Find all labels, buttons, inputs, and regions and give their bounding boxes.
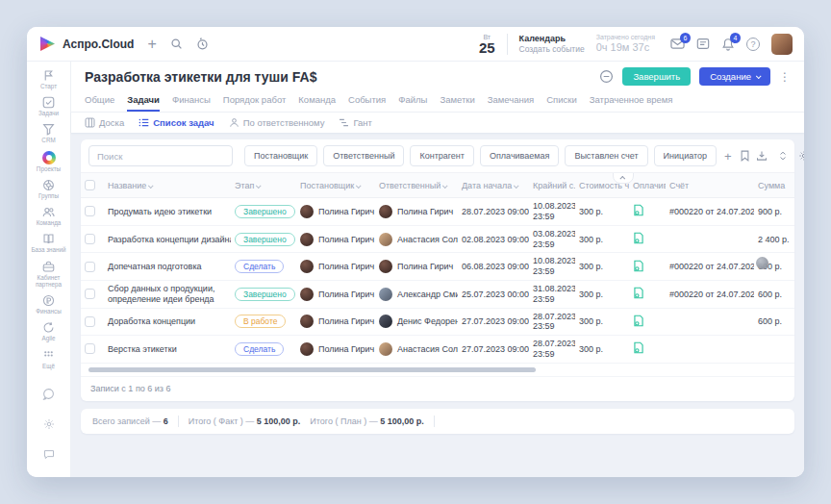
tab-tasks[interactable]: Задачи — [127, 91, 160, 112]
tab-events[interactable]: События — [348, 91, 386, 112]
tab-files[interactable]: Файлы — [398, 91, 427, 112]
sidebar-item-knowledge-base[interactable]: База знаний — [29, 233, 68, 253]
col-responsible[interactable]: Ответственный — [375, 173, 458, 198]
sidebar-item-crm[interactable]: CRM — [29, 123, 68, 143]
invoice-link[interactable]: #000220 от 24.07.2023 — [666, 253, 754, 281]
collapse-rows-icon[interactable] — [778, 150, 788, 162]
filter-chip-contractor[interactable]: Контрагент — [410, 145, 474, 166]
invoice-link[interactable] — [666, 336, 754, 364]
table-row[interactable]: Продумать идею этикетки Завершено Полина… — [81, 198, 794, 226]
table-row[interactable]: Верстка этикетки Сделать Полина Гирич Ан… — [81, 336, 794, 364]
filter-chip-initiator[interactable]: Инициатор — [654, 145, 718, 166]
filter-chip-invoiced[interactable]: Выставлен счет — [565, 145, 647, 166]
sidebar-item-team[interactable]: Команда — [29, 206, 68, 226]
create-button[interactable]: Создание — [699, 67, 770, 86]
filter-chip-setter[interactable]: Постановщик — [244, 145, 317, 166]
invoice-link[interactable] — [666, 225, 754, 253]
status-badge[interactable]: Сделать — [235, 260, 284, 273]
table-row[interactable]: Разработка концепции дизайна этикетки За… — [81, 225, 794, 253]
horizontal-scrollbar[interactable] — [88, 367, 787, 372]
projects-icon — [42, 151, 56, 164]
view-by-responsible[interactable]: По ответственному — [229, 117, 325, 128]
search-input[interactable] — [88, 145, 233, 166]
tab-team[interactable]: Команда — [298, 91, 336, 112]
mail-icon[interactable]: 6 — [670, 38, 685, 50]
col-deadline[interactable]: Крайний с... — [529, 173, 575, 198]
table-row[interactable]: Сбор данных о продукции, определение иде… — [81, 280, 794, 308]
calendar-date[interactable]: Вт 25 — [479, 34, 495, 55]
sidebar-item-groups[interactable]: Группы — [29, 179, 68, 199]
view-gantt[interactable]: Гант — [339, 117, 372, 128]
quick-add-button[interactable]: + — [147, 37, 156, 52]
calendar-shortcut[interactable]: Календарь Создать событие — [519, 34, 585, 55]
table-row[interactable]: Допечатная подготовка Сделать Полина Гир… — [81, 253, 794, 281]
col-billable[interactable]: Оплачива... — [629, 173, 666, 198]
sidebar-item-agile[interactable]: Agile — [29, 321, 68, 341]
row-checkbox[interactable] — [85, 343, 95, 354]
view-board[interactable]: Доска — [85, 117, 124, 128]
sidebar-item-tasks[interactable]: Задачи — [29, 96, 68, 116]
mail-badge: 6 — [680, 33, 691, 43]
tab-remarks[interactable]: Замечания — [488, 91, 534, 112]
sidebar-item-finance[interactable]: Финансы — [29, 294, 68, 315]
divider — [434, 416, 435, 427]
search-icon[interactable] — [170, 38, 183, 50]
notifications-badge: 4 — [730, 33, 741, 43]
table-row[interactable]: Доработка концепции В работе Полина Гири… — [81, 308, 794, 336]
notes-icon[interactable] — [696, 38, 710, 50]
view-task-list[interactable]: Список задач — [138, 117, 214, 128]
select-all-checkbox[interactable] — [85, 180, 95, 190]
add-filter-icon[interactable]: + — [722, 149, 734, 164]
tab-lists[interactable]: Списки — [546, 91, 577, 112]
tab-general[interactable]: Общие — [85, 91, 114, 112]
status-badge[interactable]: В работе — [235, 315, 286, 328]
tab-workflow[interactable]: Порядок работ — [223, 91, 287, 112]
feedback-icon[interactable] — [43, 446, 55, 464]
table-settings-gear-icon[interactable] — [798, 150, 804, 162]
filter-chip-responsible[interactable]: Ответственный — [323, 145, 404, 166]
copy-link-icon[interactable] — [599, 69, 614, 84]
avatar — [379, 260, 392, 273]
col-start-date[interactable]: Дата начала — [458, 173, 529, 198]
user-avatar[interactable] — [771, 34, 793, 55]
sidebar-item-partner-cabinet[interactable]: Кабинет партнера — [29, 261, 68, 288]
timer-icon[interactable] — [196, 38, 209, 50]
status-badge[interactable]: Сделать — [235, 342, 284, 356]
finish-button[interactable]: Завершить — [622, 67, 691, 86]
filter-chip-billable[interactable]: Оплачиваемая — [480, 145, 559, 166]
col-setter[interactable]: Постановщик — [296, 173, 375, 198]
scrollbar-thumb[interactable] — [88, 367, 536, 372]
sidebar-item-projects[interactable]: Проекты — [29, 151, 68, 172]
col-name[interactable]: Название — [104, 173, 231, 198]
total-records: Всего записей — 6 — [92, 416, 168, 426]
status-badge[interactable]: Завершено — [235, 205, 295, 218]
notifications-bell-icon[interactable]: 4 — [721, 38, 735, 51]
sidebar: Старт Задачи CRM Проекты Группы — [27, 62, 71, 477]
tab-finance[interactable]: Финансы — [172, 91, 211, 112]
tab-time-spent[interactable]: Затраченное время — [590, 91, 673, 112]
row-checkbox[interactable] — [85, 289, 95, 299]
invoice-link[interactable]: #000220 от 24.07.2023 — [666, 280, 754, 308]
row-checkbox[interactable] — [85, 316, 95, 327]
bookmark-icon[interactable] — [740, 150, 750, 162]
more-actions-icon[interactable]: ⋮ — [779, 70, 791, 84]
sidebar-item-start[interactable]: Старт — [29, 69, 68, 89]
col-sum[interactable]: Сумма — [754, 173, 794, 198]
status-badge[interactable]: Завершено — [235, 233, 295, 246]
time-tracked-today[interactable]: Затрачено сегодня 0ч 19м 37с — [596, 34, 655, 55]
support-chat-icon[interactable] — [42, 387, 55, 404]
export-download-icon[interactable] — [756, 150, 768, 162]
invoice-link[interactable] — [666, 308, 754, 336]
col-stage[interactable]: Этап — [231, 173, 296, 198]
status-badge[interactable]: Завершено — [235, 288, 295, 301]
invoice-link[interactable]: #000220 от 24.07.2023 — [666, 198, 754, 226]
tab-notes[interactable]: Заметки — [440, 91, 474, 112]
collapse-header-pill[interactable] — [613, 172, 634, 184]
row-checkbox[interactable] — [85, 262, 95, 272]
settings-icon[interactable] — [43, 416, 55, 434]
sidebar-item-more[interactable]: Ещё — [29, 349, 68, 369]
row-checkbox[interactable] — [85, 206, 95, 216]
col-invoice[interactable]: Счёт — [666, 173, 754, 198]
help-icon[interactable]: ? — [746, 38, 760, 51]
row-checkbox[interactable] — [85, 234, 95, 244]
